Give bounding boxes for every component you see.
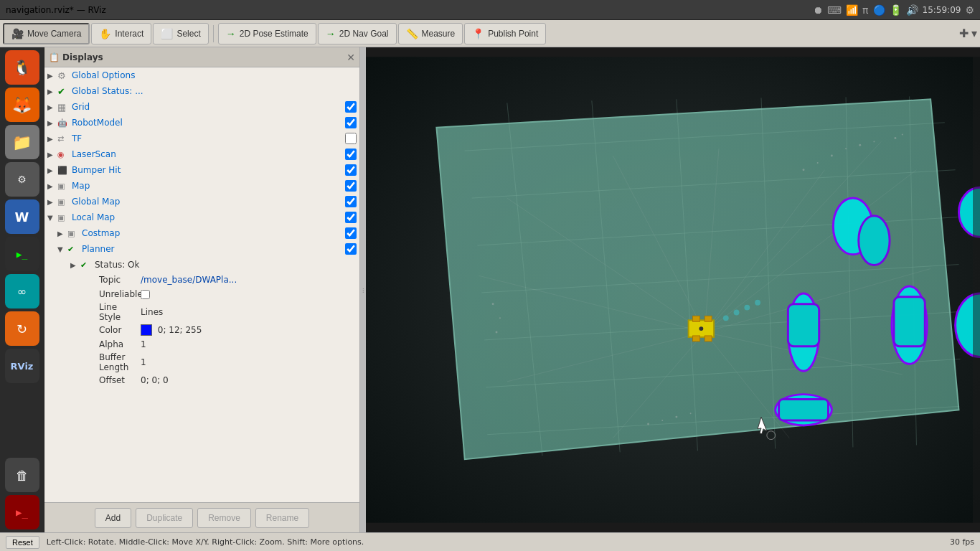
prop-label-color: Color xyxy=(47,325,141,335)
duplicate-button[interactable]: Duplicate xyxy=(136,508,193,528)
publish-icon: 📍 xyxy=(472,28,484,39)
system-settings-launcher[interactable]: ⚙️ xyxy=(5,162,39,197)
arrow-laserscan: ▶ xyxy=(47,151,57,159)
reset-button[interactable]: Reset xyxy=(6,536,39,549)
rviz-launcher[interactable]: RViz xyxy=(5,349,39,383)
prop-label-offset: Offset xyxy=(47,375,141,385)
label-map: Map xyxy=(72,181,345,191)
icon-localmap: ▣ xyxy=(57,213,70,222)
ubuntu-launcher[interactable]: 🐧 xyxy=(5,50,39,85)
statusbar-left: Reset Left-Click: Rotate. Middle-Click: … xyxy=(6,536,364,549)
check-map[interactable] xyxy=(345,180,357,192)
displays-footer: Add Duplicate Remove Rename xyxy=(44,502,359,532)
wifi-icon: 📶 xyxy=(846,4,858,16)
redterm-launcher[interactable]: ▶_ xyxy=(5,495,39,529)
displays-tree: ▶ ⚙ Global Options ▶ ✔ Global Status: ..… xyxy=(44,67,359,502)
arrow-status: ▶ xyxy=(70,261,80,269)
check-grid[interactable] xyxy=(345,101,357,113)
prop-alpha: Alpha 1 xyxy=(44,337,359,352)
arduino-launcher[interactable]: ∞ xyxy=(5,274,39,309)
scene-canvas xyxy=(366,47,980,532)
tree-item-globalmap[interactable]: ▶ ▣ Global Map xyxy=(44,194,359,209)
tree-item-laserscan[interactable]: ▶ ◉ LaserScan xyxy=(44,146,359,162)
remove-button[interactable]: Remove xyxy=(197,508,251,528)
svg-point-23 xyxy=(647,423,649,425)
arrow-map: ▶ xyxy=(47,182,57,190)
trash-launcher[interactable]: 🗑 xyxy=(5,458,39,492)
tree-item-status-ok[interactable]: ▶ ✔ Status: Ok xyxy=(44,257,359,273)
tree-item-tf[interactable]: ▶ ⇄ TF xyxy=(44,131,359,146)
interact-button[interactable]: ✋ Interact xyxy=(91,23,151,44)
firefox-launcher[interactable]: 🦊 xyxy=(5,88,39,122)
nav-goal-button[interactable]: → 2D Nav Goal xyxy=(318,23,397,44)
check-robotmodel[interactable] xyxy=(345,117,357,128)
measure-button[interactable]: 📏 Measure xyxy=(398,23,463,44)
arrow-localmap: ▼ xyxy=(47,214,57,222)
label-global-options: Global Options xyxy=(72,70,357,80)
tree-item-global-options[interactable]: ▶ ⚙ Global Options xyxy=(44,67,359,83)
select-button[interactable]: ⬜ Select xyxy=(153,23,208,44)
tree-item-localmap[interactable]: ▼ ▣ Local Map xyxy=(44,209,359,225)
icon-global-status: ✔ xyxy=(57,86,70,97)
move-camera-button[interactable]: 🎥 Move Camera xyxy=(3,23,90,44)
prop-label-unreliable: Unreliable xyxy=(47,289,141,299)
svg-point-43 xyxy=(859,216,890,265)
publish-point-button[interactable]: 📍 Publish Point xyxy=(464,23,546,44)
label-localmap: Local Map xyxy=(72,212,345,222)
tree-item-bumperhit[interactable]: ▶ ⬛ Bumper Hit xyxy=(44,162,359,178)
check-tf[interactable] xyxy=(345,133,357,144)
prop-label-alpha: Alpha xyxy=(47,339,141,349)
svg-point-17 xyxy=(831,155,833,157)
tree-item-grid[interactable]: ▶ ▦ Grid xyxy=(44,99,359,115)
pose-estimate-button[interactable]: → 2D Pose Estimate xyxy=(218,23,316,44)
add-toolbar-button[interactable]: ✚ xyxy=(959,27,969,40)
prop-check-unreliable[interactable] xyxy=(141,290,150,299)
displays-icon: 📋 xyxy=(49,52,60,62)
measure-icon: 📏 xyxy=(406,28,418,39)
svg-rect-57 xyxy=(693,336,700,342)
svg-rect-56 xyxy=(705,316,712,321)
add-button[interactable]: Add xyxy=(95,508,131,528)
prop-unreliable: Unreliable xyxy=(44,287,359,301)
rename-button[interactable]: Rename xyxy=(255,508,309,528)
viewport[interactable] xyxy=(366,47,980,532)
prop-value-offset: 0; 0; 0 xyxy=(141,375,357,385)
tree-item-robotmodel[interactable]: ▶ 🤖 RobotModel xyxy=(44,115,359,131)
svg-point-16 xyxy=(817,162,819,164)
icon-bumperhit: ⬛ xyxy=(57,166,70,175)
terminal-launcher[interactable]: ▶_ xyxy=(5,237,39,271)
toolbar-menu-button[interactable]: ▾ xyxy=(971,27,977,40)
settings-icon[interactable]: ⚙ xyxy=(965,4,974,16)
bluetooth-icon: 🔵 xyxy=(873,4,885,16)
update-launcher[interactable]: ↻ xyxy=(5,311,39,346)
svg-point-24 xyxy=(661,420,663,421)
color-swatch xyxy=(141,324,152,336)
check-planner[interactable] xyxy=(345,243,357,255)
svg-rect-53 xyxy=(779,400,829,421)
wps-launcher[interactable]: W xyxy=(5,199,39,234)
tree-item-costmap[interactable]: ▶ ▣ Costmap xyxy=(44,225,359,241)
check-localmap[interactable] xyxy=(345,212,357,223)
label-grid: Grid xyxy=(72,102,345,112)
label-global-status: Global Status: ... xyxy=(72,86,357,96)
label-tf: TF xyxy=(72,133,345,143)
tree-item-global-status[interactable]: ▶ ✔ Global Status: ... xyxy=(44,83,359,99)
files-launcher[interactable]: 📁 xyxy=(5,125,39,159)
prop-label-buffer: Buffer Length xyxy=(47,352,141,372)
displays-close-button[interactable]: ✕ xyxy=(347,52,355,63)
prop-value-buffer: 1 xyxy=(141,357,357,367)
fps-counter: 30 fps xyxy=(950,537,974,547)
arrow-global-options: ▶ xyxy=(47,72,57,80)
prop-value-linestyle: Lines xyxy=(141,307,357,317)
arrow-grid: ▶ xyxy=(47,103,57,111)
resize-handle[interactable]: · · · xyxy=(360,47,366,532)
check-laserscan[interactable] xyxy=(345,149,357,160)
prop-value-color[interactable]: 0; 12; 255 xyxy=(141,324,357,336)
prop-value-topic[interactable]: /move_base/DWAPla... xyxy=(141,275,357,285)
check-costmap[interactable] xyxy=(345,227,357,239)
svg-point-18 xyxy=(845,148,847,149)
check-globalmap[interactable] xyxy=(345,196,357,207)
tree-item-map[interactable]: ▶ ▣ Map xyxy=(44,178,359,194)
check-bumperhit[interactable] xyxy=(345,164,357,176)
tree-item-planner[interactable]: ▼ ✔ Planner xyxy=(44,241,359,257)
